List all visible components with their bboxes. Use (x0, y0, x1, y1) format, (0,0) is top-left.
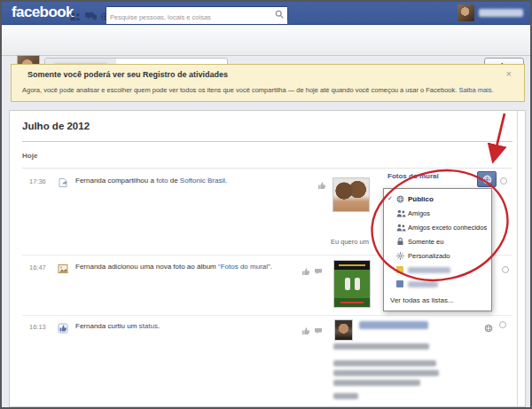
search-box (106, 6, 288, 21)
screenshot-frame: facebook (0, 0, 532, 409)
globe-icon (484, 320, 493, 336)
list-name-blurred (408, 281, 438, 287)
close-icon[interactable]: × (506, 68, 512, 79)
list-name-blurred (408, 267, 450, 273)
friend-name-blurred[interactable] (359, 321, 428, 329)
photo-caption: Eu quero um (331, 238, 369, 246)
header-profile-avatar[interactable] (458, 4, 474, 21)
privacy-notice-banner: Somente você poderá ver seu Registro de … (11, 64, 525, 102)
friend-avatar[interactable] (334, 319, 353, 341)
menu-item-list-blurred[interactable] (384, 263, 491, 277)
activity-text: Fernanda compartilhou a foto de Softonic… (75, 177, 227, 185)
month-heading: Julho de 2012 (22, 121, 90, 131)
photo-link[interactable]: foto (156, 177, 168, 185)
friends-icon (396, 224, 408, 232)
menu-item-custom[interactable]: Personalizado (384, 248, 491, 263)
audience-selector-button[interactable] (477, 171, 497, 187)
share-story-icon (58, 176, 68, 192)
see-all-lists-link[interactable]: Ver todas as listas... (384, 291, 491, 307)
row-divider (22, 315, 512, 316)
comment-icon[interactable] (314, 263, 323, 279)
like-story-icon (58, 321, 68, 337)
globe-icon (482, 175, 492, 185)
divider (22, 168, 512, 169)
activity-text: Fernanda adicionou uma nova foto ao álbu… (75, 263, 272, 271)
divider (22, 141, 512, 142)
status-link[interactable]: status (139, 322, 158, 330)
activity-time: 16:47 (29, 263, 46, 271)
globe-icon (396, 195, 408, 203)
notice-title: Somente você poderá ver seu Registro de … (27, 70, 228, 79)
menu-item-friends-except[interactable]: Amigos exceto conhecidos (384, 220, 491, 234)
activity-time: 17:36 (29, 177, 46, 185)
menu-item-list-blurred[interactable] (384, 277, 491, 291)
album-fotos-do-mural-link[interactable]: “Fotos do mural” (218, 263, 270, 271)
like-icon[interactable] (301, 263, 310, 279)
comment-icon[interactable] (314, 323, 323, 339)
list-icon (396, 280, 403, 287)
audience-dropdown-menu: ✓ Público Amigos (383, 188, 492, 311)
facebook-logo[interactable]: facebook (12, 4, 74, 21)
story-select-radio[interactable] (500, 177, 507, 185)
like-icon[interactable] (317, 177, 326, 193)
top-navigation-bar: facebook (2, 2, 530, 25)
status-text-blurred (333, 393, 358, 399)
messages-icon[interactable] (85, 9, 98, 19)
search-icon[interactable] (275, 10, 285, 20)
status-text-blurred (333, 370, 439, 376)
album-photo-thumbnail[interactable] (333, 260, 371, 308)
menu-item-only-me[interactable]: Somente eu (384, 234, 491, 248)
status-text-blurred (333, 360, 436, 366)
check-icon: ✓ (387, 195, 396, 202)
album-link[interactable]: Fotos do mural (387, 172, 439, 180)
friend-requests-icon[interactable] (69, 9, 82, 19)
notice-body: Agora, você pode analisar e escolher que… (22, 86, 494, 94)
lock-icon (396, 237, 408, 246)
day-heading: Hoje (22, 152, 37, 160)
menu-item-friends[interactable]: Amigos (384, 206, 491, 220)
activity-time: 16:13 (29, 323, 46, 331)
status-text-blurred (333, 343, 429, 350)
softonic-brasil-link[interactable]: Softonic Brasil (180, 177, 225, 185)
story-select-radio[interactable] (499, 321, 506, 328)
gear-icon (396, 252, 408, 260)
photo-story-icon (58, 262, 68, 278)
gutter-divider (517, 111, 518, 406)
search-input[interactable] (106, 11, 287, 24)
activity-log-toolbar: Registro de atividades▾ Todos▾ (2, 26, 530, 56)
header-profile-name-blurred[interactable] (479, 9, 523, 17)
learn-more-link[interactable]: Saiba mais. (458, 86, 493, 94)
like-icon[interactable] (301, 323, 310, 339)
list-icon (396, 266, 403, 273)
friends-icon (396, 209, 408, 217)
menu-item-public[interactable]: ✓ Público (384, 192, 491, 206)
story-select-radio[interactable] (502, 266, 509, 273)
status-text-blurred (333, 380, 420, 386)
shared-photo-thumbnail[interactable] (332, 177, 370, 212)
activity-text: Fernanda curtiu um status. (75, 322, 160, 330)
